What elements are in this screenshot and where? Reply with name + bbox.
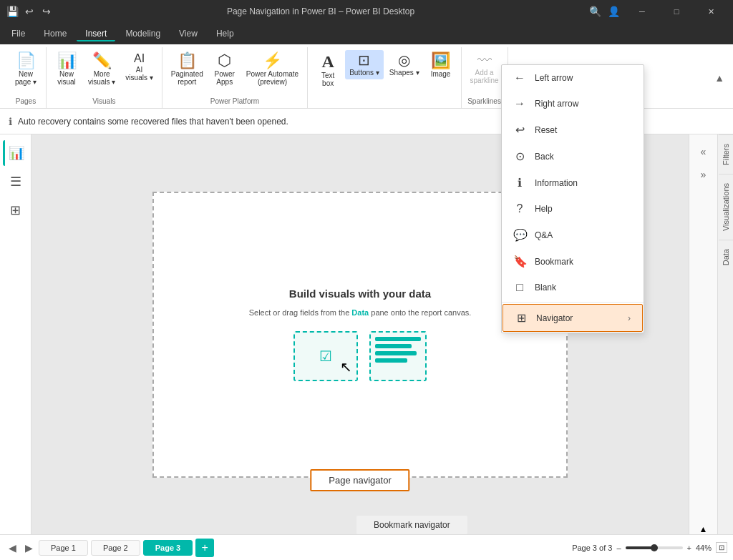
save-icon[interactable]: 💾 <box>6 5 19 18</box>
bookmark-navigator-label[interactable]: Bookmark navigator <box>356 516 467 534</box>
zoom-minus-icon[interactable]: – <box>616 544 621 552</box>
page-tab-1[interactable]: Page 1 <box>39 540 88 556</box>
navigator-arrow-icon: › <box>628 313 631 323</box>
add-sparkline-button: 〰 Add asparkline <box>466 50 503 87</box>
minimize-button[interactable]: ─ <box>626 0 659 23</box>
left-arrow-label: Left arrow <box>535 73 632 83</box>
image-label: Image <box>431 70 451 78</box>
fit-page-icon[interactable]: ⊡ <box>716 542 727 553</box>
window-title: Page Navigation in Power BI – Power BI D… <box>59 6 583 16</box>
power-automate-button[interactable]: ⚡ Power Automate(preview) <box>242 50 303 89</box>
paginated-report-button[interactable]: 📋 Paginatedreport <box>167 50 208 89</box>
undo-icon[interactable]: ↩ <box>23 5 36 18</box>
dropdown-item-reset[interactable]: ↩ Reset <box>502 117 644 143</box>
right-panel-scroll: « » ▲ <box>689 134 717 534</box>
dropdown-item-back[interactable]: ⊙ Back <box>502 143 644 170</box>
power-apps-button[interactable]: ⬡ PowerApps <box>209 50 241 89</box>
buttons-icon: ⊡ <box>358 53 370 67</box>
ribbon-items-visuals: 📊 Newvisual ✏️ Morevisuals ▾ AI AIvisual… <box>51 47 157 96</box>
power-apps-icon: ⬡ <box>218 53 231 69</box>
dropdown-item-qna[interactable]: 💬 Q&A <box>502 222 644 248</box>
ribbon-scroll-up[interactable]: ▲ <box>712 47 727 108</box>
maximize-button[interactable]: □ <box>660 0 693 23</box>
power-automate-icon: ⚡ <box>263 53 282 69</box>
back-label: Back <box>535 152 632 162</box>
left-panel-chart-icon[interactable]: 📊 <box>3 140 29 166</box>
menu-view[interactable]: View <box>170 26 206 41</box>
left-panel-table-icon[interactable]: ☰ <box>3 169 29 195</box>
qna-icon: 💬 <box>513 228 526 242</box>
dropdown-item-help[interactable]: ? Help <box>502 196 644 222</box>
new-page-icon: 📄 <box>16 53 36 69</box>
new-page-label: Newpage ▾ <box>15 70 37 86</box>
data-tab[interactable]: Data <box>719 240 733 274</box>
dropdown-item-left-arrow[interactable]: ← Left arrow <box>502 65 644 91</box>
search-icon[interactable]: 🔍 <box>588 5 601 18</box>
menu-home[interactable]: Home <box>35 26 75 41</box>
zoom-slider-fill <box>626 546 654 549</box>
text-box-button[interactable]: A Textbox <box>312 50 344 90</box>
back-icon: ⊙ <box>513 149 526 163</box>
canvas-visual: ☑ ↖ <box>293 331 427 381</box>
image-icon: 🖼️ <box>431 53 450 69</box>
left-panel-model-icon[interactable]: ⊞ <box>3 197 29 223</box>
ribbon-label-pages: Pages <box>10 96 42 105</box>
sparkline-label: Add asparkline <box>470 69 499 84</box>
help-icon: ? <box>513 202 526 215</box>
dropdown-item-right-arrow[interactable]: → Right arrow <box>502 91 644 117</box>
redo-icon[interactable]: ↪ <box>40 5 53 18</box>
page-scroll-right[interactable]: ▶ <box>22 542 36 554</box>
paginated-report-icon: 📋 <box>178 53 197 69</box>
ribbon-group-power-platform: 📋 Paginatedreport ⬡ PowerApps ⚡ Power Au… <box>162 47 308 108</box>
menu-insert[interactable]: Insert <box>77 26 115 41</box>
title-bar-icons: 💾 ↩ ↪ <box>6 5 53 18</box>
canvas-subtitle: Select or drag fields from the Data pane… <box>249 308 472 317</box>
visualizations-tab[interactable]: Visualizations <box>719 174 733 240</box>
title-bar: 💾 ↩ ↪ Page Navigation in Power BI – Powe… <box>0 0 733 23</box>
page-tab-3[interactable]: Page 3 <box>143 540 193 556</box>
qna-label: Q&A <box>535 230 632 240</box>
vertical-tabs: Filters Visualizations Data <box>717 134 733 534</box>
menu-help[interactable]: Help <box>208 26 243 41</box>
add-page-button[interactable]: + <box>195 539 214 557</box>
menu-modeling[interactable]: Modeling <box>117 26 169 41</box>
left-arrow-icon: ← <box>513 72 526 84</box>
image-button[interactable]: 🖼️ Image <box>425 50 457 81</box>
new-visual-icon: 📊 <box>57 53 77 69</box>
dropdown-item-information[interactable]: ℹ Information <box>502 170 644 196</box>
page-tab-2[interactable]: Page 2 <box>91 540 140 556</box>
buttons-dropdown-menu: ← Left arrow → Right arrow ↩ Reset ⊙ Bac… <box>501 64 644 333</box>
scroll-up-icon[interactable]: ▲ <box>699 524 708 534</box>
visual-placeholder-1: ☑ ↖ <box>293 331 358 381</box>
dropdown-item-navigator[interactable]: ⊞ Navigator › <box>503 304 643 332</box>
shapes-label: Shapes ▾ <box>389 69 419 77</box>
scroll-left-btn[interactable]: « <box>692 140 715 163</box>
dropdown-item-bookmark[interactable]: 🔖 Bookmark <box>502 248 644 275</box>
buttons-button[interactable]: ⊡ Buttons ▾ <box>345 50 384 79</box>
more-visuals-icon: ✏️ <box>92 53 112 69</box>
shapes-button[interactable]: ◎ Shapes ▾ <box>385 50 424 79</box>
close-button[interactable]: ✕ <box>694 0 727 23</box>
menu-file[interactable]: File <box>3 26 34 41</box>
ribbon-label-sparklines: Sparklines <box>466 96 503 105</box>
canvas-title: Build visuals with your data <box>289 288 431 300</box>
new-visual-button[interactable]: 📊 Newvisual <box>51 50 82 89</box>
ribbon-label-insert <box>312 104 456 105</box>
ribbon-items-sparklines: 〰 Add asparkline <box>466 47 503 96</box>
page-scroll-left[interactable]: ◀ <box>6 542 19 554</box>
zoom-slider[interactable] <box>626 546 683 549</box>
blank-label: Blank <box>535 283 632 293</box>
dropdown-item-blank[interactable]: □ Blank <box>502 275 644 300</box>
information-icon: ℹ <box>513 176 526 190</box>
new-visual-label: Newvisual <box>57 70 76 86</box>
visual-line-3 <box>375 351 417 355</box>
user-icon[interactable]: 👤 <box>607 5 620 18</box>
more-visuals-button[interactable]: ✏️ Morevisuals ▾ <box>84 50 120 89</box>
scroll-right-btn[interactable]: » <box>692 163 715 186</box>
ai-visuals-button[interactable]: AI AIvisuals ▾ <box>121 50 157 84</box>
new-page-button[interactable]: 📄 Newpage ▾ <box>10 50 42 89</box>
filters-tab[interactable]: Filters <box>719 134 733 174</box>
zoom-plus-icon[interactable]: + <box>687 544 691 552</box>
navigator-label: Navigator <box>536 313 619 323</box>
power-apps-label: PowerApps <box>215 70 235 86</box>
